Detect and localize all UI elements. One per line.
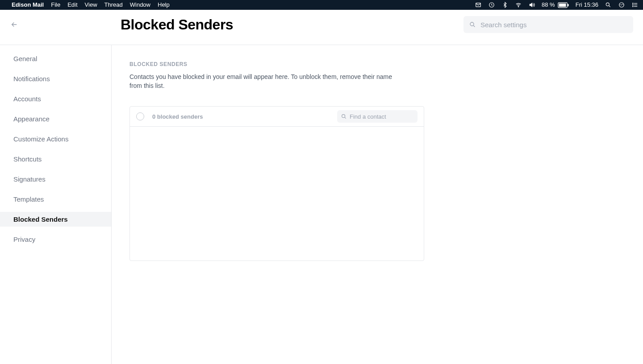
sidebar-item-blocked-senders[interactable]: Blocked Senders bbox=[0, 212, 111, 227]
svg-point-14 bbox=[470, 22, 474, 26]
svg-point-2 bbox=[518, 7, 518, 7]
svg-point-10 bbox=[633, 4, 633, 5]
sidebar-item-label: Shortcuts bbox=[13, 155, 42, 163]
menubar-help[interactable]: Help bbox=[158, 0, 170, 10]
select-all-checkbox[interactable] bbox=[136, 112, 144, 120]
settings-sidebar: General Notifications Accounts Appearanc… bbox=[0, 45, 112, 364]
blocked-senders-list bbox=[130, 127, 424, 261]
svg-point-15 bbox=[342, 115, 345, 118]
menubar-view[interactable]: View bbox=[85, 0, 97, 10]
menubar-file[interactable]: File bbox=[51, 0, 60, 10]
sidebar-item-label: Customize Actions bbox=[13, 135, 68, 143]
sidebar-item-label: Accounts bbox=[13, 95, 41, 103]
spotlight-icon[interactable] bbox=[605, 2, 612, 8]
svg-rect-5 bbox=[568, 4, 568, 6]
panel-header: 0 blocked senders bbox=[130, 107, 424, 127]
sidebar-item-general[interactable]: General bbox=[0, 51, 111, 66]
settings-header: Blocked Senders bbox=[0, 10, 643, 45]
mail-status-icon[interactable] bbox=[475, 2, 482, 8]
battery-percent: 88 % bbox=[542, 0, 555, 10]
volume-icon[interactable] bbox=[528, 2, 535, 8]
sidebar-item-shortcuts[interactable]: Shortcuts bbox=[0, 152, 111, 166]
section-label: BLOCKED SENDERS bbox=[129, 61, 625, 67]
sidebar-item-label: Templates bbox=[13, 195, 44, 203]
menubar-window[interactable]: Window bbox=[130, 0, 150, 10]
contact-search[interactable] bbox=[337, 110, 418, 123]
settings-search-input[interactable] bbox=[480, 21, 628, 29]
svg-rect-4 bbox=[559, 3, 566, 6]
siri-icon[interactable] bbox=[618, 2, 625, 8]
battery-status[interactable]: 88 % bbox=[542, 0, 569, 10]
sidebar-item-customize-actions[interactable]: Customize Actions bbox=[0, 132, 111, 146]
settings-main: BLOCKED SENDERS Contacts you have blocke… bbox=[112, 45, 643, 364]
timemachine-icon[interactable] bbox=[488, 2, 495, 8]
search-icon bbox=[469, 21, 476, 28]
sidebar-item-templates[interactable]: Templates bbox=[0, 192, 111, 207]
sidebar-item-notifications[interactable]: Notifications bbox=[0, 71, 111, 86]
menubar-app-name[interactable]: Edison Mail bbox=[12, 0, 44, 10]
menubar-thread[interactable]: Thread bbox=[104, 0, 123, 10]
macos-menubar: Edison Mail File Edit View Thread Window… bbox=[0, 0, 643, 10]
notification-center-icon[interactable] bbox=[631, 2, 639, 8]
back-button[interactable] bbox=[10, 20, 19, 29]
search-icon bbox=[341, 113, 347, 120]
page-title: Blocked Senders bbox=[121, 17, 233, 33]
sidebar-item-appearance[interactable]: Appearance bbox=[0, 112, 111, 126]
sidebar-item-signatures[interactable]: Signatures bbox=[0, 172, 111, 186]
sidebar-item-label: General bbox=[13, 55, 37, 62]
svg-point-12 bbox=[633, 6, 633, 7]
menubar-edit[interactable]: Edit bbox=[67, 0, 77, 10]
svg-point-8 bbox=[633, 3, 633, 4]
sidebar-item-accounts[interactable]: Accounts bbox=[0, 91, 111, 106]
sidebar-item-label: Appearance bbox=[13, 115, 50, 123]
settings-search[interactable] bbox=[463, 16, 633, 33]
svg-point-6 bbox=[606, 3, 609, 6]
sidebar-item-label: Privacy bbox=[13, 236, 35, 243]
blocked-senders-panel: 0 blocked senders bbox=[129, 106, 424, 261]
sidebar-item-label: Blocked Senders bbox=[13, 215, 68, 223]
bluetooth-icon[interactable] bbox=[501, 2, 509, 8]
contact-search-input[interactable] bbox=[350, 113, 414, 120]
sidebar-item-label: Notifications bbox=[13, 75, 50, 83]
section-description: Contacts you have blocked in your email … bbox=[129, 73, 393, 90]
wifi-icon[interactable] bbox=[515, 2, 522, 8]
sidebar-item-privacy[interactable]: Privacy bbox=[0, 232, 111, 247]
sidebar-item-label: Signatures bbox=[13, 175, 46, 183]
menubar-clock[interactable]: Fri 15:36 bbox=[576, 0, 598, 10]
blocked-count: 0 blocked senders bbox=[152, 113, 203, 120]
